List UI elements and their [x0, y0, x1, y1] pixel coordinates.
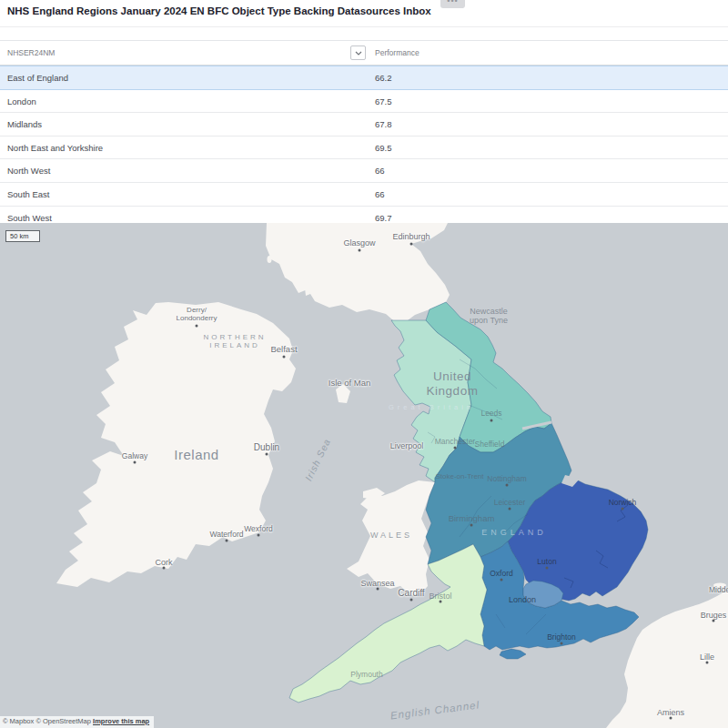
map-label: London	[509, 595, 536, 604]
city-dot	[546, 567, 549, 570]
more-options-button[interactable]: •••	[440, 0, 465, 8]
table-row[interactable]: North West66	[0, 159, 728, 183]
row-performance-value: 67.8	[375, 119, 392, 129]
column-header-nhser24nm[interactable]: NHSER24NM	[7, 48, 55, 57]
row-region-name: North West	[7, 166, 50, 176]
table-row[interactable]: North East and Yorkshire69.5	[0, 136, 728, 160]
map-label: Norwich	[609, 499, 637, 508]
city-dot	[163, 567, 166, 570]
table-body: East of England66.2London67.5Midlands67.…	[0, 66, 728, 229]
page-title: NHS England Regions January 2024 EN BFC …	[7, 5, 431, 16]
chevron-down-icon	[355, 51, 362, 56]
map-label: Manchester	[435, 438, 475, 447]
row-performance-value: 66	[375, 189, 385, 199]
map-label: Plymouth	[350, 671, 382, 680]
city-dot	[454, 447, 457, 450]
map-label: Galway	[122, 452, 147, 461]
map-label: Ireland	[174, 447, 218, 462]
map-label: NORTHERNIRELAND	[203, 333, 266, 349]
city-dot	[706, 662, 709, 664]
map-labels: GlasgowEdinburghDerry/LondonderryNORTHER…	[0, 223, 728, 728]
city-dot	[410, 243, 413, 246]
map-label: Irish Sea	[303, 437, 333, 483]
map-label: Stoke-on-Trent	[435, 472, 483, 480]
map-label: Brighton	[547, 633, 576, 642]
city-dot	[359, 249, 361, 252]
map-label: Derry/Londonderry	[177, 306, 217, 322]
map-label: Dublin	[254, 442, 279, 453]
map-label: Edinburgh	[392, 232, 430, 241]
city-dot	[506, 484, 509, 487]
map-label: Liverpool	[390, 441, 424, 450]
map-label: Nottingham	[487, 475, 526, 484]
map-label: Oxford	[490, 570, 513, 579]
city-dot	[440, 601, 442, 603]
map-label: ENGLAND	[481, 528, 547, 537]
row-performance-value: 69.7	[375, 213, 392, 223]
title-bar: NHS England Regions January 2024 EN BFC …	[0, 0, 728, 27]
city-dot	[226, 540, 228, 542]
row-region-name: East of England	[7, 73, 68, 83]
map-label: Isle of Man	[329, 379, 370, 389]
map-label: Middelburg	[709, 586, 728, 595]
city-dot	[134, 461, 136, 464]
map-label: Belfast	[270, 345, 297, 355]
data-table: NHSER24NM Performance East of England66.…	[0, 40, 728, 229]
table-header: NHSER24NM Performance	[0, 40, 728, 66]
row-region-name: Midlands	[7, 119, 42, 129]
table-row[interactable]: Midlands67.8	[0, 113, 728, 136]
map-label: Wexford	[244, 525, 273, 534]
map-attribution: © Mapbox © OpenStreetMap Improve this ma…	[0, 716, 154, 728]
row-region-name: South East	[7, 189, 49, 199]
map-label: Great Britain	[389, 404, 474, 412]
map-label: Sheffield	[475, 440, 505, 450]
viz-dashboard: NHS England Regions January 2024 EN BFC …	[0, 0, 728, 728]
table-row[interactable]: London67.5	[0, 90, 728, 114]
row-performance-value: 67.5	[375, 96, 392, 106]
city-dot	[377, 588, 379, 591]
city-dot	[622, 508, 624, 511]
row-performance-value: 66.2	[375, 73, 392, 83]
column-header-performance[interactable]: Performance	[375, 48, 420, 57]
row-region-name: South West	[7, 213, 52, 223]
improve-map-link[interactable]: Improve this map	[93, 717, 149, 725]
city-dot	[266, 453, 268, 456]
city-dot	[196, 325, 198, 328]
city-dot	[509, 508, 511, 511]
city-dot	[258, 534, 260, 537]
map-panel[interactable]: GlasgowEdinburghDerry/LondonderryNORTHER…	[0, 223, 728, 728]
map-label: Birmingham	[449, 514, 495, 524]
city-dot	[561, 642, 563, 645]
city-dot	[490, 420, 493, 422]
row-performance-value: 66	[375, 166, 385, 176]
city-dot	[283, 356, 286, 359]
map-label: Leicester	[494, 499, 526, 508]
map-scale-control: 50 km	[5, 230, 40, 242]
city-dot	[713, 620, 715, 622]
map-label: Glasgow	[343, 238, 375, 248]
map-label: Luton	[537, 558, 556, 567]
map-label: Leeds	[480, 410, 501, 419]
map-label: Newcastleupon Tyne	[470, 307, 508, 326]
map-label: UnitedKingdom	[427, 369, 479, 398]
table-row[interactable]: South East66	[0, 183, 728, 207]
column-dropdown-button[interactable]	[350, 46, 366, 60]
row-performance-value: 69.5	[375, 143, 392, 153]
city-dot	[470, 524, 473, 527]
city-dot	[410, 599, 413, 602]
map-label: English Channel	[389, 699, 480, 722]
city-dot	[670, 717, 672, 720]
row-region-name: London	[7, 96, 36, 106]
row-region-name: North East and Yorkshire	[7, 143, 103, 153]
osm-attribution-link[interactable]: © OpenStreetMap	[35, 717, 91, 725]
mapbox-attribution-link[interactable]: © Mapbox	[3, 717, 34, 725]
city-dot	[500, 579, 503, 581]
table-row[interactable]: East of England66.2	[0, 66, 728, 90]
map-label: Waterford	[209, 531, 243, 540]
map-label: Cardiff	[398, 588, 424, 599]
map-label: WALES	[370, 531, 412, 540]
